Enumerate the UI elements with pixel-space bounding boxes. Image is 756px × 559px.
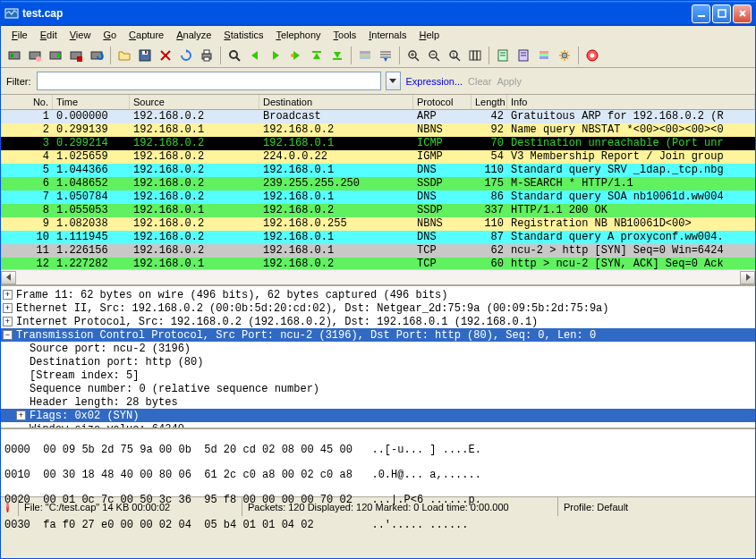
find-icon[interactable]	[225, 46, 244, 65]
bytes-row[interactable]: 0000 00 09 5b 2d 75 9a 00 0b 5d 20 cd 02…	[4, 444, 752, 456]
col-no[interactable]: No.	[1, 95, 53, 109]
packet-row[interactable]: 71.050784192.168.0.2192.168.0.1DNS86Stan…	[1, 191, 755, 204]
svg-rect-17	[204, 50, 209, 54]
help-icon[interactable]	[582, 46, 602, 65]
minimize-button[interactable]	[692, 4, 710, 23]
col-source[interactable]: Source	[130, 95, 259, 109]
filter-dropdown-icon[interactable]	[386, 72, 401, 90]
menu-edit[interactable]: Edit	[35, 28, 63, 42]
go-last-icon[interactable]	[327, 46, 347, 65]
svg-point-54	[562, 53, 567, 58]
menu-telephony[interactable]: Telephony	[270, 28, 326, 42]
detail-tcp[interactable]: Transmission Control Protocol, Src Port:…	[16, 329, 596, 342]
packet-row[interactable]: 20.299139192.168.0.1192.168.0.2NBNS92Nam…	[1, 123, 755, 137]
col-time[interactable]: Time	[53, 95, 130, 109]
stop-capture-icon[interactable]	[66, 46, 86, 65]
go-forward-icon[interactable]	[266, 46, 285, 65]
menu-file[interactable]: File	[6, 28, 33, 42]
packet-row[interactable]: 101.111945192.168.0.2192.168.0.1DNS87Sta…	[1, 231, 755, 244]
interfaces-icon[interactable]	[4, 46, 24, 65]
svg-marker-23	[293, 51, 300, 60]
options-icon[interactable]	[25, 46, 45, 65]
svg-marker-25	[313, 53, 320, 59]
scroll-left-icon[interactable]	[1, 271, 16, 284]
zoom-reset-icon[interactable]: 1	[445, 46, 464, 65]
menu-help[interactable]: Help	[413, 28, 445, 42]
packet-row[interactable]: 41.025659192.168.0.2224.0.0.22IGMP54V3 M…	[1, 150, 755, 164]
detail-frame[interactable]: Frame 11: 62 bytes on wire (496 bits), 6…	[16, 289, 447, 301]
svg-rect-33	[380, 54, 391, 55]
status-profile[interactable]: Profile: Default	[558, 497, 755, 516]
detail-winsize[interactable]: Window size value: 64240	[30, 423, 184, 428]
detail-eth[interactable]: Ethernet II, Src: 192.168.0.2 (00:0b:5d:…	[16, 302, 609, 315]
col-destination[interactable]: Destination	[259, 95, 413, 109]
filter-input[interactable]	[37, 72, 381, 90]
packet-row[interactable]: 10.000000192.168.0.2BroadcastARP42Gratui…	[1, 110, 755, 123]
packet-list-hscroll[interactable]	[1, 269, 755, 284]
packet-row[interactable]: 121.227282192.168.0.1192.168.0.2TCP60htt…	[1, 258, 755, 269]
preferences-icon[interactable]	[555, 46, 574, 65]
colorize-icon[interactable]	[355, 46, 375, 65]
go-first-icon[interactable]	[307, 46, 327, 65]
col-protocol[interactable]: Protocol	[413, 95, 471, 109]
packet-details-pane[interactable]: +Frame 11: 62 bytes on wire (496 bits), …	[1, 284, 755, 428]
bytes-row[interactable]: 0030 fa f0 27 e0 00 00 02 04 05 b4 01 01…	[4, 519, 752, 531]
expand-icon[interactable]: +	[16, 411, 26, 420]
menu-view[interactable]: View	[64, 28, 97, 42]
detail-flags[interactable]: Flags: 0x02 (SYN)	[30, 410, 139, 422]
open-file-icon[interactable]	[115, 46, 134, 65]
packet-row[interactable]: 91.082038192.168.0.2192.168.0.255NBNS110…	[1, 217, 755, 231]
col-info[interactable]: Info	[507, 95, 755, 109]
expert-info-icon[interactable]	[6, 502, 9, 512]
menu-capture[interactable]: Capture	[123, 28, 169, 42]
packet-row[interactable]: 30.299214192.168.0.2192.168.0.1ICMP70Des…	[1, 137, 755, 150]
menu-go[interactable]: Go	[98, 28, 122, 42]
menu-statistics[interactable]: Statistics	[218, 28, 268, 42]
expression-button[interactable]: Expression...	[406, 76, 463, 87]
menu-tools[interactable]: Tools	[328, 28, 362, 42]
detail-ip[interactable]: Internet Protocol, Src: 192.168.0.2 (192…	[16, 316, 538, 328]
menu-internals[interactable]: Internals	[363, 28, 412, 42]
packet-row[interactable]: 111.226156192.168.0.2192.168.0.1TCP62ncu…	[1, 244, 755, 258]
apply-button[interactable]: Apply	[497, 76, 522, 87]
svg-point-19	[230, 51, 237, 58]
start-capture-icon[interactable]	[46, 46, 65, 65]
capture-filters-icon[interactable]	[493, 46, 513, 65]
close-button[interactable]	[733, 4, 752, 23]
expand-icon[interactable]: +	[3, 290, 13, 300]
detail-seq[interactable]: Sequence number: 0 (relative sequence nu…	[30, 383, 319, 395]
packet-row[interactable]: 61.048652192.168.0.2239.255.255.250SSDP1…	[1, 177, 755, 191]
svg-rect-48	[477, 51, 480, 60]
svg-rect-34	[380, 56, 391, 58]
clear-button[interactable]: Clear	[468, 76, 491, 87]
auto-scroll-icon[interactable]	[376, 46, 395, 65]
packet-row[interactable]: 51.044366192.168.0.2192.168.0.1DNS110Sta…	[1, 164, 755, 177]
go-back-icon[interactable]	[245, 46, 265, 65]
detail-dstport[interactable]: Destination port: http (80)	[30, 356, 203, 368]
resize-columns-icon[interactable]	[465, 46, 485, 65]
packet-bytes-pane[interactable]: 0000 00 09 5b 2d 75 9a 00 0b 5d 20 cd 02…	[1, 428, 755, 496]
packet-row[interactable]: 81.055053192.168.0.1192.168.0.2SSDP337HT…	[1, 204, 755, 217]
save-file-icon[interactable]	[135, 46, 155, 65]
detail-srcport[interactable]: Source port: ncu-2 (3196)	[30, 343, 191, 355]
zoom-in-icon[interactable]	[403, 46, 423, 65]
zoom-out-icon[interactable]	[424, 46, 444, 65]
collapse-icon[interactable]: −	[3, 330, 13, 340]
svg-rect-31	[360, 56, 370, 59]
display-filters-icon[interactable]	[514, 46, 533, 65]
close-file-icon[interactable]	[156, 46, 175, 65]
expand-icon[interactable]: +	[3, 317, 13, 326]
maximize-button[interactable]	[712, 4, 731, 23]
reload-icon[interactable]	[176, 46, 196, 65]
bytes-row[interactable]: 0010 00 30 18 48 40 00 80 06 61 2c c0 a8…	[4, 469, 752, 481]
menu-analyze[interactable]: Analyze	[171, 28, 217, 42]
coloring-rules-icon[interactable]	[534, 46, 554, 65]
print-icon[interactable]	[197, 46, 217, 65]
col-length[interactable]: Length	[471, 95, 507, 109]
detail-stream[interactable]: [Stream index: 5]	[30, 369, 139, 382]
detail-hdrlen[interactable]: Header length: 28 bytes	[30, 396, 178, 409]
expand-icon[interactable]: +	[3, 303, 13, 313]
go-to-packet-icon[interactable]	[286, 46, 306, 65]
restart-capture-icon[interactable]	[87, 46, 106, 65]
scroll-right-icon[interactable]	[740, 271, 755, 284]
